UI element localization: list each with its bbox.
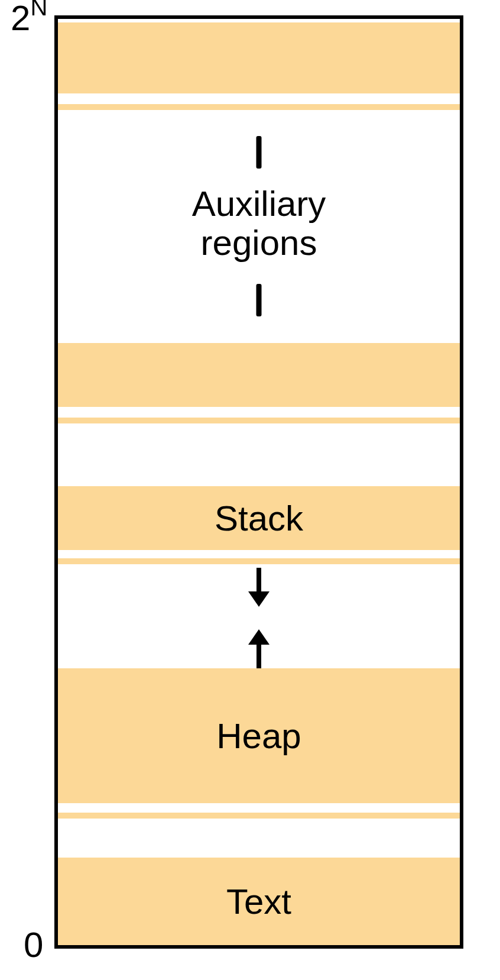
stack-label: Stack — [58, 499, 460, 538]
heap-thin — [58, 813, 460, 819]
axis-bottom-label: 0 — [24, 924, 43, 965]
arrow-down-icon — [248, 568, 270, 607]
aux-band-2 — [58, 343, 460, 407]
address-space-box: Auxiliary regions Stack Heap Text — [54, 15, 463, 949]
text-label: Text — [58, 882, 460, 921]
auxiliary-regions-label: Auxiliary regions — [58, 185, 460, 263]
memory-layout-diagram: 2N 0 Auxiliary regions Stack — [0, 0, 500, 980]
axis-top-label: 2N — [11, 0, 47, 38]
heap-label: Heap — [58, 717, 460, 756]
arrow-up-icon — [248, 629, 270, 668]
aux-band-top-thin — [58, 104, 460, 110]
tick-icon — [257, 136, 262, 169]
stack-thin — [58, 558, 460, 564]
tick-icon — [257, 284, 262, 316]
aux-band-2-thin — [58, 418, 460, 423]
aux-band-top — [58, 22, 460, 93]
